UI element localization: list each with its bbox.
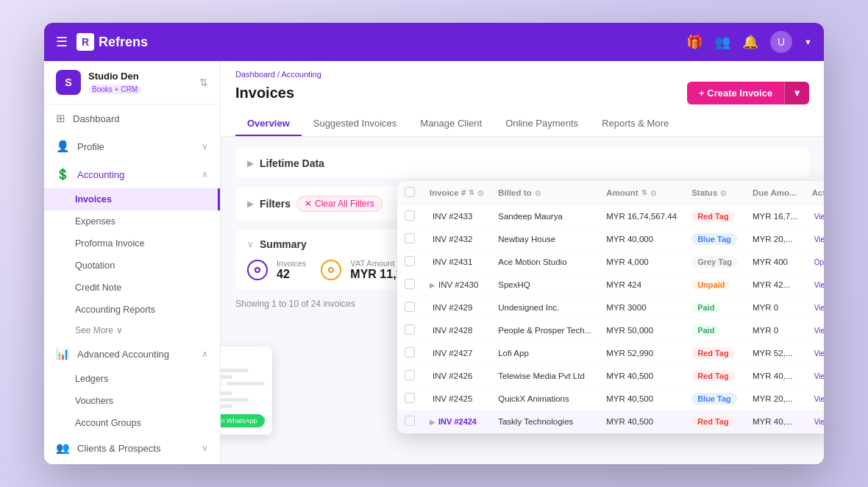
action-cell: ViewRemindMark PaidMore <box>805 365 824 388</box>
workspace-selector[interactable]: S Studio Den Books + CRM ⇅ <box>44 61 220 104</box>
sidebar-sub-expenses[interactable]: Expenses <box>44 210 220 232</box>
action-view-button[interactable]: View <box>812 280 824 290</box>
sidebar-item-accounting[interactable]: 💲 Accounting ∧ <box>44 160 220 188</box>
row-checkbox[interactable] <box>405 279 415 289</box>
due-amount-cell: MYR 0 <box>745 319 805 342</box>
sidebar-item-profile[interactable]: 👤 Profile ∨ <box>44 132 220 160</box>
action-cell: ViewRemindMark PaidMore <box>805 342 824 365</box>
create-invoice-button[interactable]: + Create Invoice <box>687 82 784 104</box>
top-navigation: ☰ R Refrens 🎁 👥 🔔 U ▼ <box>44 23 824 61</box>
invoice-link[interactable]: INV #2424 <box>438 417 477 426</box>
action-view-button[interactable]: View <box>812 372 824 381</box>
action-cell: OpenEditDuplicateMore <box>805 251 824 274</box>
row-checkbox[interactable] <box>405 370 415 380</box>
tab-suggested-invoices[interactable]: Suggested Invoices <box>302 112 408 136</box>
lifetime-data-section[interactable]: ▶ Lifetime Data <box>235 149 809 178</box>
thumbnail-line-7 <box>221 405 232 408</box>
sidebar-sub-credit-note[interactable]: Credit Note <box>44 277 220 299</box>
billed-to-cell: SpexHQ <box>491 274 599 296</box>
advanced-accounting-chevron-icon: ∧ <box>202 349 208 359</box>
lifetime-data-toggle-icon: ▶ <box>247 158 254 168</box>
status-cell: Red Tag <box>684 342 745 365</box>
invoice-panel: Invoice # ⇅⊙ Billed to ⊙ Amount ⇅⊙ Statu… <box>397 181 824 433</box>
action-cell: ViewRemindMark PaidMore <box>805 274 824 296</box>
action-view-button[interactable]: View <box>812 303 824 313</box>
sidebar-sub-ledgers[interactable]: Ledgers <box>44 368 220 390</box>
sidebar-sub-accounting-reports[interactable]: Accounting Reports <box>44 299 220 321</box>
row-checkbox[interactable] <box>405 347 415 358</box>
profile-chevron-icon: ∨ <box>202 141 208 152</box>
sidebar-sub-invoices[interactable]: Invoices <box>44 188 220 210</box>
sidebar-sub-quotation[interactable]: Quotation <box>44 255 220 277</box>
col-billed-to: Billed to ⊙ <box>491 181 599 205</box>
row-checkbox[interactable] <box>405 233 415 244</box>
tab-reports-more[interactable]: Reports & More <box>590 112 680 136</box>
billed-to-cell: Undesigned Inc. <box>491 296 599 319</box>
action-open-button[interactable]: Open <box>812 257 824 267</box>
sidebar-sub-proforma[interactable]: Proforma Invoice <box>44 232 220 255</box>
sidebar-item-manage-team[interactable]: 🏢 Manage Team ∨ <box>44 462 220 464</box>
row-expand-icon[interactable]: ▶ <box>430 418 435 426</box>
action-view-button[interactable]: View <box>812 212 824 221</box>
sidebar-sub-account-groups[interactable]: Account Groups <box>44 412 220 434</box>
action-view-button[interactable]: View <box>812 417 824 427</box>
notification-icon[interactable]: 🔔 <box>742 34 758 50</box>
team-icon[interactable]: 👥 <box>714 34 730 50</box>
whatsapp-button[interactable]: ✓ Send on WhatsApp <box>221 414 265 427</box>
thumbnail-line-4 <box>227 382 265 385</box>
lifetime-data-title: Lifetime Data <box>260 157 324 169</box>
amount-cell: MYR 40,500 <box>599 365 684 388</box>
page-title: Invoices <box>235 85 294 102</box>
row-checkbox[interactable] <box>405 324 415 335</box>
billed-to-cell: Ace Motion Studio <box>491 251 599 274</box>
filters-toggle-icon: ▶ <box>247 199 254 209</box>
sidebar-item-dashboard[interactable]: ⊞ Dashboard <box>44 104 220 132</box>
see-more-button[interactable]: See More ∨ <box>44 321 220 340</box>
tab-overview[interactable]: Overview <box>235 112 302 136</box>
thumbnail-line-5 <box>221 391 232 395</box>
sidebar-item-advanced-accounting[interactable]: 📊 Advanced Accounting ∧ <box>44 340 220 368</box>
table-row: ▶INV #2430SpexHQMYR 424UnpaidMYR 42...Vi… <box>397 274 824 296</box>
tab-manage-client[interactable]: Manage Client <box>408 112 494 136</box>
action-cell: ViewRemindMark PaidMore <box>805 228 824 251</box>
status-badge: Grey Tag <box>691 256 738 268</box>
action-view-button[interactable]: View <box>812 235 824 244</box>
invoice-number-cell: INV #2433 <box>422 205 491 228</box>
row-checkbox[interactable] <box>405 393 415 403</box>
sidebar-item-clients-prospects[interactable]: 👥 Clients & Prospects ∨ <box>44 434 220 462</box>
action-view-button[interactable]: View <box>812 326 824 335</box>
breadcrumb-accounting[interactable]: Accounting <box>281 70 321 79</box>
table-row: ▶INV #2424Taskly TechnologiesMYR 40,500R… <box>397 410 824 433</box>
avatar-chevron[interactable]: ▼ <box>804 38 812 46</box>
action-view-button[interactable]: View <box>812 349 824 358</box>
sidebar-sub-vouchers[interactable]: Vouchers <box>44 390 220 412</box>
user-avatar[interactable]: U <box>770 31 792 53</box>
summary-toggle-icon: ∨ <box>247 239 254 249</box>
status-cell: Red Tag <box>684 205 745 228</box>
create-btn-group: + Create Invoice ▼ <box>687 82 809 104</box>
gift-icon[interactable]: 🎁 <box>686 34 702 50</box>
row-checkbox[interactable] <box>405 302 415 312</box>
status-badge: Red Tag <box>691 416 735 427</box>
table-row: INV #2425QuickX AnimationsMYR 40,500Blue… <box>397 388 824 410</box>
invoice-number-cell: INV #2426 <box>422 365 491 388</box>
amount-cell: MYR 3000 <box>599 296 684 319</box>
col-status: Status ⊙ <box>684 181 745 205</box>
vat-amount-icon <box>321 260 341 280</box>
invoices-count-icon <box>247 260 268 280</box>
dashboard-icon: ⊞ <box>56 112 65 125</box>
clear-filters-button[interactable]: ✕ Clear All Filters <box>296 196 383 212</box>
action-view-button[interactable]: View <box>812 394 824 404</box>
tab-online-payments[interactable]: Online Payments <box>494 112 590 136</box>
see-more-chevron-icon: ∨ <box>116 325 123 335</box>
amount-cell: MYR 52,990 <box>599 342 684 365</box>
row-checkbox[interactable] <box>405 416 415 426</box>
breadcrumb-dashboard[interactable]: Dashboard <box>235 70 275 79</box>
row-checkbox[interactable] <box>405 210 415 221</box>
create-invoice-dropdown-button[interactable]: ▼ <box>784 82 809 104</box>
row-checkbox[interactable] <box>405 256 415 266</box>
hamburger-menu[interactable]: ☰ <box>56 34 68 50</box>
billed-to-cell: Taskly Technologies <box>491 410 599 433</box>
advanced-accounting-icon: 📊 <box>56 347 70 360</box>
workspace-name: Studio Den <box>88 71 192 82</box>
